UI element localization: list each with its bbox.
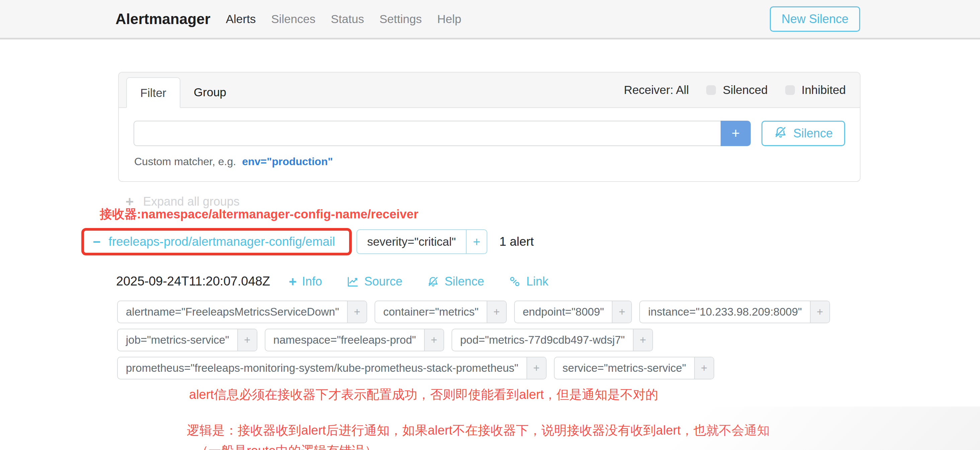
- hint-text: Custom matcher, e.g.: [134, 155, 236, 168]
- label-chip-instance: instance="10.233.98.209:8009" +: [639, 301, 830, 323]
- filter-card-header: Filter Group Receiver: All Silenced Inhi…: [119, 73, 860, 108]
- label-add-button[interactable]: +: [237, 329, 257, 351]
- group-matcher-add-button[interactable]: +: [466, 230, 487, 254]
- silenced-checkbox[interactable]: [706, 85, 716, 95]
- nav-item-silences[interactable]: Silences: [271, 13, 315, 26]
- matcher-input-row: + Silence: [134, 121, 845, 146]
- silence-filter-label: Silence: [793, 127, 833, 140]
- app-brand: Alertmanager: [116, 11, 210, 27]
- plus-icon: +: [289, 275, 296, 288]
- alert-actions: + Info Source Silence: [289, 274, 549, 288]
- chart-icon: [347, 276, 359, 287]
- matcher-input-group: +: [134, 121, 751, 146]
- label-chip-job: job="metrics-service" +: [117, 329, 258, 352]
- label-text: namespace="freeleaps-prod": [266, 329, 424, 351]
- label-text: instance="10.233.98.209:8009": [640, 301, 810, 323]
- label-row: alertname="FreeleapsMetricsServiceDown" …: [117, 301, 980, 323]
- filter-card: Filter Group Receiver: All Silenced Inhi…: [118, 72, 861, 182]
- hint-example-link[interactable]: env="production": [242, 155, 333, 168]
- highlight-box[interactable]: − freeleaps-prod/alertmanager-config/ema…: [81, 228, 352, 255]
- alert-count: 1 alert: [500, 235, 534, 249]
- label-add-button[interactable]: +: [612, 301, 631, 323]
- label-text: service="metrics-service": [555, 357, 694, 379]
- label-text: container="metrics": [375, 301, 487, 323]
- label-chip-endpoint: endpoint="8009" +: [514, 301, 632, 323]
- annotation-note-3: （一般是route中的逻辑有错误）: [196, 442, 980, 450]
- inhibited-checkbox[interactable]: [785, 85, 795, 95]
- source-link[interactable]: Source: [347, 274, 402, 288]
- tab-filter[interactable]: Filter: [126, 77, 180, 108]
- silenced-checkbox-label: Silenced: [722, 83, 767, 97]
- silence-link[interactable]: Silence: [427, 274, 484, 288]
- nav-item-settings[interactable]: Settings: [380, 13, 422, 26]
- label-text: alertname="FreeleapsMetricsServiceDown": [118, 301, 347, 323]
- nav-item-status[interactable]: Status: [331, 13, 364, 26]
- filter-card-body: + Silence Custom matcher, e.g. env="prod…: [119, 108, 860, 181]
- collapse-minus-icon: −: [93, 235, 100, 249]
- label-chip-pod: pod="metrics-77d9cdb497-wdsj7" +: [452, 329, 653, 352]
- nav-item-alerts[interactable]: Alerts: [226, 13, 256, 26]
- link-icon: [509, 276, 521, 287]
- alert-labels: alertname="FreeleapsMetricsServiceDown" …: [117, 301, 980, 379]
- tab-group[interactable]: Group: [180, 86, 226, 107]
- matcher-input[interactable]: [134, 121, 721, 146]
- nav-item-help[interactable]: Help: [437, 13, 461, 26]
- info-link[interactable]: + Info: [289, 274, 322, 288]
- matcher-hint: Custom matcher, e.g. env="production": [134, 155, 845, 168]
- label-chip-alertname: alertname="FreeleapsMetricsServiceDown" …: [117, 301, 367, 323]
- label-text: job="metrics-service": [118, 329, 237, 351]
- label-chip-prometheus: prometheus="freeleaps-monitoring-system/…: [117, 357, 547, 379]
- label-text: prometheus="freeleaps-monitoring-system/…: [118, 357, 527, 379]
- silenced-checkbox-item[interactable]: Silenced: [706, 83, 767, 97]
- group-receiver-link[interactable]: freeleaps-prod/alertmanager-config/email: [108, 235, 335, 249]
- header-controls: Receiver: All Silenced Inhibited: [624, 83, 846, 97]
- add-matcher-button[interactable]: +: [721, 121, 751, 146]
- label-chip-service: service="metrics-service" +: [554, 357, 714, 379]
- bell-slash-icon: [774, 125, 787, 142]
- label-add-button[interactable]: +: [527, 357, 546, 379]
- label-add-button[interactable]: +: [694, 357, 714, 379]
- group-matcher-chip: severity="critical" +: [356, 229, 487, 254]
- label-add-button[interactable]: +: [810, 301, 829, 323]
- alert-group-row: − freeleaps-prod/alertmanager-config/ema…: [81, 228, 980, 255]
- silence-filter-button[interactable]: Silence: [762, 121, 845, 146]
- receiver-filter-label[interactable]: Receiver: All: [624, 83, 689, 97]
- nav-links: Alerts Silences Status Settings Help: [226, 13, 461, 26]
- inhibited-checkbox-item[interactable]: Inhibited: [785, 83, 846, 97]
- label-chip-container: container="metrics" +: [374, 301, 507, 323]
- alert-timestamp: 2025-09-24T11:20:07.048Z: [116, 274, 270, 288]
- annotation-receiver-note: 接收器:namespace/altermanager-config-name/r…: [100, 206, 980, 223]
- info-link-label: Info: [302, 274, 322, 288]
- silence-link-label: Silence: [444, 274, 484, 288]
- link-action[interactable]: Link: [509, 274, 548, 288]
- label-add-button[interactable]: +: [424, 329, 444, 351]
- label-text: pod="metrics-77d9cdb497-wdsj7": [452, 329, 633, 351]
- label-add-button[interactable]: +: [487, 301, 506, 323]
- label-add-button[interactable]: +: [347, 301, 366, 323]
- annotation-note-2: 逻辑是：接收器收到alert后进行通知，如果alert不在接收器下，说明接收器没…: [187, 422, 980, 439]
- bell-slash-icon: [427, 276, 439, 287]
- source-link-label: Source: [364, 274, 402, 288]
- label-row: job="metrics-service" + namespace="freel…: [117, 329, 980, 352]
- label-chip-namespace: namespace="freeleaps-prod" +: [265, 329, 444, 352]
- annotation-note-1: alert信息必须在接收器下才表示配置成功，否则即使能看到alert，但是通知是…: [189, 386, 980, 403]
- new-silence-button[interactable]: New Silence: [770, 6, 860, 32]
- link-action-label: Link: [526, 274, 548, 288]
- group-matcher-text: severity="critical": [357, 230, 466, 254]
- label-row: prometheus="freeleaps-monitoring-system/…: [117, 357, 980, 379]
- label-add-button[interactable]: +: [633, 329, 652, 351]
- inhibited-checkbox-label: Inhibited: [802, 83, 846, 97]
- label-text: endpoint="8009": [515, 301, 612, 323]
- alert-meta-row: 2025-09-24T11:20:07.048Z + Info Source: [116, 274, 980, 288]
- top-navbar: Alertmanager Alerts Silences Status Sett…: [0, 0, 980, 40]
